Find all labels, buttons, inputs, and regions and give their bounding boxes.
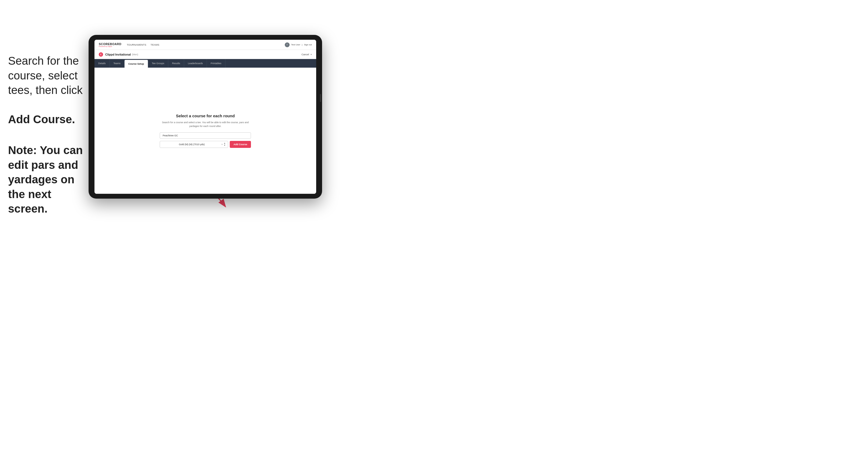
tab-results[interactable]: Results — [168, 59, 184, 68]
sign-out-link[interactable]: Sign out — [304, 43, 312, 46]
course-search-input[interactable] — [160, 132, 251, 139]
tee-select-text: Gold (M) (M) (7010 yds) — [162, 143, 221, 146]
tab-leaderboards[interactable]: Leaderboards — [184, 59, 207, 68]
nav-tournaments[interactable]: TOURNAMENTS — [127, 43, 146, 46]
annotation-line1: Search for the course, select tees, then… — [8, 55, 83, 96]
annotation-bold: Add Course. — [8, 113, 75, 126]
course-section: Select a course for each round Search fo… — [160, 114, 251, 148]
scoreboard-logo: SCOREBOARD Powered by clippd — [99, 42, 121, 47]
tournament-icon: C — [99, 52, 103, 57]
cancel-button[interactable]: Cancel × — [302, 53, 312, 56]
tab-printables[interactable]: Printables — [207, 59, 225, 68]
main-content: Select a course for each round Search fo… — [94, 68, 316, 194]
tablet-device: SCOREBOARD Powered by clippd TOURNAMENTS… — [89, 35, 322, 198]
user-name: Test User — [291, 43, 300, 46]
tab-course-setup[interactable]: Course Setup — [125, 60, 148, 68]
tab-tee-groups[interactable]: Tee Groups — [148, 59, 168, 68]
tournament-header: C Clippd Invitational (Men) Cancel × — [94, 50, 316, 59]
tablet-screen: SCOREBOARD Powered by clippd TOURNAMENTS… — [94, 40, 316, 194]
tee-select-controls: × ▲ ▼ — [221, 142, 226, 147]
tournament-gender: (Men) — [132, 53, 138, 56]
power-button — [320, 94, 321, 102]
tab-bar: Details Teams Course Setup Tee Groups Re… — [94, 59, 316, 68]
nav-links: TOURNAMENTS TEAMS — [127, 43, 159, 46]
annotation-note: Note: You can edit pars and yardages on … — [8, 144, 83, 215]
tab-teams[interactable]: Teams — [110, 59, 125, 68]
nav-separator: | — [302, 43, 303, 46]
top-nav: SCOREBOARD Powered by clippd TOURNAMENTS… — [94, 40, 316, 50]
logo-area: SCOREBOARD Powered by clippd — [99, 42, 121, 47]
left-annotation: Search for the course, select tees, then… — [8, 54, 83, 216]
nav-teams[interactable]: TEAMS — [151, 43, 159, 46]
tee-select-wrapper[interactable]: Gold (M) (M) (7010 yds) × ▲ ▼ — [160, 141, 228, 148]
nav-right: T Test User | Sign out — [285, 42, 312, 47]
tee-arrows-icon[interactable]: ▲ ▼ — [224, 142, 226, 147]
tee-clear-icon[interactable]: × — [221, 143, 223, 146]
tournament-name: Clippd Invitational — [105, 53, 131, 56]
tee-select-row: Gold (M) (M) (7010 yds) × ▲ ▼ Add Course — [160, 141, 251, 148]
user-avatar: T — [285, 42, 289, 47]
section-description: Search for a course and select a tee. Yo… — [160, 121, 251, 128]
section-title: Select a course for each round — [160, 114, 251, 118]
tab-details[interactable]: Details — [94, 59, 110, 68]
add-course-button[interactable]: Add Course — [230, 141, 251, 148]
